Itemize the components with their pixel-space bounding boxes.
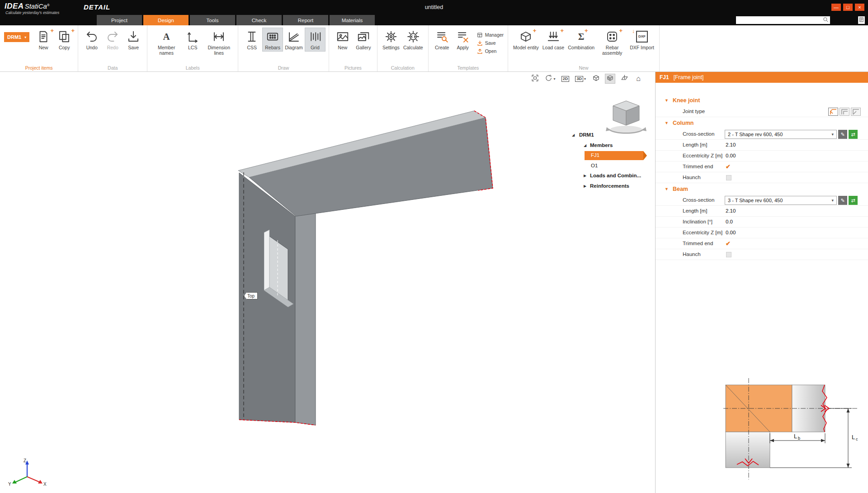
combination-button[interactable]: Σ+Combination <box>566 28 596 52</box>
new-project-item-label: New <box>39 45 48 51</box>
load-case-button[interactable]: +Load case <box>541 28 566 52</box>
search-input[interactable] <box>736 17 823 24</box>
lcs-button[interactable]: LCS <box>182 28 203 52</box>
tab-project[interactable]: Project <box>97 15 142 25</box>
model-canvas[interactable] <box>0 72 655 493</box>
tree-item-o1[interactable]: O1 <box>567 161 654 171</box>
tab-report[interactable]: Report <box>283 15 328 25</box>
undo-button[interactable]: Undo <box>81 28 102 52</box>
dimension-lines-button[interactable]: Dimension lines <box>203 28 235 57</box>
maximize-button[interactable]: □ <box>843 4 853 11</box>
gallery-button[interactable]: Gallery <box>353 28 374 52</box>
tree-item-members[interactable]: ◢Members <box>567 141 654 151</box>
close-button[interactable]: × <box>855 4 864 11</box>
view-3d-button[interactable]: 3D▾ <box>574 74 587 84</box>
template-save-label: Save <box>485 40 496 46</box>
tree-item-fj1[interactable]: FJ1 <box>567 151 654 161</box>
edit-cross-section-button[interactable]: ✎ <box>838 130 847 139</box>
edit-cross-section-button[interactable]: ✎ <box>838 196 847 205</box>
prop-value[interactable]: 0.0 <box>726 219 733 224</box>
tree-expanded-icon[interactable]: ◢ <box>584 144 586 147</box>
shaded-view-button[interactable] <box>605 74 615 84</box>
properties-panel-toggle-button[interactable] <box>858 16 865 24</box>
import-arrow-icon: ↓ <box>632 28 635 34</box>
template-save-button[interactable]: Save <box>477 40 504 46</box>
grid-icon <box>308 29 322 44</box>
save-button[interactable]: Save <box>123 28 144 52</box>
diagram-button[interactable]: Diagram <box>283 28 305 52</box>
minimize-button[interactable]: — <box>831 4 841 11</box>
dim-col-sub: c <box>856 437 858 441</box>
viewport-3d[interactable]: ▾2D3D▾⌂ Top <box>0 72 655 493</box>
rebar-assembly-button[interactable]: +Rebar assembly <box>596 28 628 57</box>
picture-new-button[interactable]: New <box>332 28 353 52</box>
checkbox-checked-icon[interactable]: ✔ <box>726 163 731 170</box>
prop-value[interactable]: 0.00 <box>726 153 736 158</box>
chevron-down-icon: ▾ <box>831 132 834 137</box>
cross-section-select[interactable]: 2 - T Shape rev 600, 450▾ <box>725 130 837 139</box>
tree-item-reinforcements[interactable]: ▶Reinforcements <box>567 182 654 191</box>
knee-type-1-button[interactable] <box>828 108 838 116</box>
copy-cross-section-button[interactable]: ⇄ <box>849 196 858 205</box>
tab-materials[interactable]: Materials <box>330 15 375 25</box>
rotate-view-button[interactable]: ▾ <box>544 74 556 84</box>
copy-cross-section-button[interactable]: ⇄ <box>849 130 858 139</box>
axonometry-button[interactable] <box>591 74 601 84</box>
section-column[interactable]: ▼Column <box>656 117 868 129</box>
checkbox-checked-icon[interactable]: ✔ <box>726 240 731 247</box>
template-apply-label: Apply <box>457 45 469 51</box>
dxf-import-button[interactable]: DXF↓DXF Import <box>628 28 656 52</box>
template-create-button[interactable]: Create <box>432 28 453 52</box>
section-beam[interactable]: ▼Beam <box>656 183 868 195</box>
drm1-selector-button[interactable]: DRM1▾ <box>4 32 29 42</box>
tree-item-drm1[interactable]: ◢DRM1 <box>567 131 654 140</box>
axonometry-cube-icon <box>592 74 600 83</box>
tree-collapsed-icon[interactable]: ▶ <box>584 174 586 178</box>
checkbox-unchecked[interactable] <box>726 175 731 180</box>
tab-tools[interactable]: Tools <box>190 15 235 25</box>
prop-row-trimmed-end: Trimmed end✔ <box>656 238 868 249</box>
prop-label: Haunch <box>683 251 701 257</box>
checkbox-unchecked[interactable] <box>726 252 731 257</box>
knee-type-2-button[interactable] <box>840 108 849 116</box>
css-label: CSS <box>247 45 257 51</box>
template-manager-button[interactable]: Manager <box>477 32 504 38</box>
default-view-button[interactable]: ⌂ <box>633 74 643 84</box>
navcube-cube-icon[interactable] <box>613 101 639 125</box>
knee-type-3-button[interactable] <box>851 108 861 116</box>
prop-value[interactable]: 2.10 <box>726 208 736 213</box>
cross-section-select[interactable]: 3 - T Shape rev 600, 450▾ <box>725 196 837 205</box>
zoom-extents-button[interactable] <box>530 74 540 84</box>
tree-item-label: DRM1 <box>579 132 594 137</box>
tree-item-loads-and-combin[interactable]: ▶Loads and Combin... <box>567 171 654 181</box>
new-project-item-button[interactable]: +New <box>33 28 54 52</box>
copy-project-item-button[interactable]: +Copy <box>54 28 75 52</box>
prop-value[interactable]: 0.00 <box>726 230 736 235</box>
tab-design[interactable]: Design <box>143 15 189 25</box>
model-entity-button[interactable]: +Model entity <box>511 28 541 52</box>
tree-item-label: Members <box>590 142 613 148</box>
prop-value[interactable]: 2.10 <box>726 142 736 147</box>
template-apply-button[interactable]: Apply <box>453 28 473 52</box>
calculate-button[interactable]: Calculate <box>401 28 425 52</box>
selected-item-type: [Frame joint] <box>674 74 704 81</box>
properties-body: ▼Knee jointJoint type▼ColumnCross-sectio… <box>656 83 868 493</box>
rebars-button[interactable]: Rebars <box>262 28 283 52</box>
properties-panel: FJ1 [Frame joint] ▼Knee jointJoint type▼… <box>655 72 868 493</box>
member-names-button[interactable]: AMember names <box>151 28 182 57</box>
swap-icon: ⇄ <box>851 132 855 137</box>
section-knee-joint[interactable]: ▼Knee joint <box>656 95 868 106</box>
css-button[interactable]: CSS <box>241 28 262 52</box>
section-plane-button[interactable] <box>619 74 629 84</box>
menu-tabs: ProjectDesignToolsCheckReportMaterials <box>97 15 375 25</box>
load-case-icon: + <box>547 29 560 44</box>
template-open-button[interactable]: Open <box>477 48 504 54</box>
tab-check[interactable]: Check <box>236 15 282 25</box>
column-web-face[interactable] <box>295 209 316 425</box>
collapse-triangle-icon: ▼ <box>665 98 669 103</box>
grid-button[interactable]: Grid <box>305 28 326 52</box>
tree-collapsed-icon[interactable]: ▶ <box>584 185 586 188</box>
view-2d-button[interactable]: 2D <box>560 74 570 84</box>
tree-expanded-icon[interactable]: ◢ <box>572 133 575 137</box>
settings-button[interactable]: Settings <box>381 28 401 52</box>
